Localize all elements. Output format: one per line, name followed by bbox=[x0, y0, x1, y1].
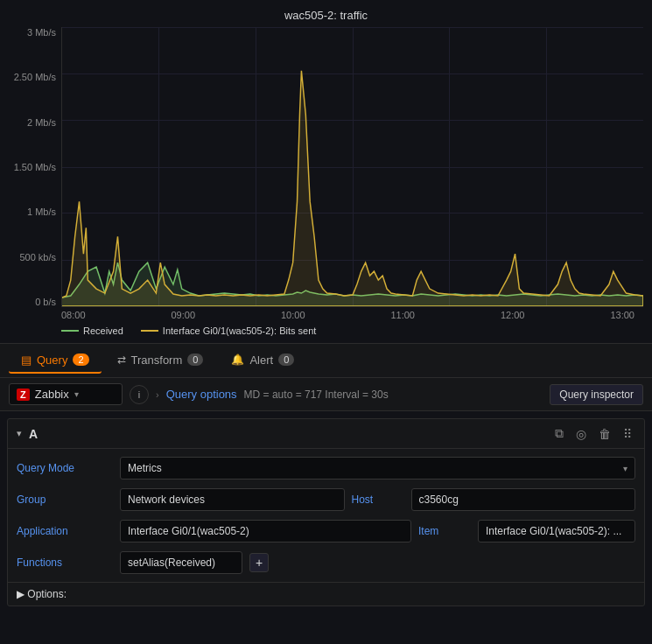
query-inspector-button[interactable]: Query inspector bbox=[550, 384, 643, 405]
functions-row: Functions setAlias(Received) + bbox=[8, 547, 644, 578]
tab-alert-badge: 0 bbox=[278, 354, 294, 366]
query-meta: MD = auto = 717 Interval = 30s bbox=[244, 388, 543, 401]
host-label: Host bbox=[352, 494, 404, 506]
legend-line-received bbox=[61, 330, 79, 332]
legend-label-received: Received bbox=[83, 326, 123, 336]
alert-icon: 🔔 bbox=[231, 354, 244, 366]
chart-area: 3 Mb/s 2.50 Mb/s 2 Mb/s 1.50 Mb/s 1 Mb/s… bbox=[9, 27, 643, 307]
x-label-2: 10:00 bbox=[281, 310, 305, 320]
zabbix-logo: Z bbox=[17, 388, 30, 401]
functions-label: Functions bbox=[17, 556, 113, 569]
application-label: Application bbox=[17, 525, 113, 537]
group-label: Group bbox=[17, 494, 113, 506]
query-options-link[interactable]: Query options bbox=[166, 388, 237, 401]
query-mode-label: Query Mode bbox=[17, 462, 113, 474]
query-panel: ▾ A ⧉ ◎ 🗑 ⠿ Query Mode Metrics ▾ bbox=[7, 418, 645, 606]
x-axis: 08:00 09:00 10:00 11:00 12:00 13:00 bbox=[9, 310, 643, 320]
chart-svg bbox=[62, 27, 643, 306]
group-host-row: Group Network devices Host c3560cg bbox=[8, 484, 644, 515]
y-label-1: 2.50 Mb/s bbox=[14, 72, 56, 82]
y-axis: 3 Mb/s 2.50 Mb/s 2 Mb/s 1.50 Mb/s 1 Mb/s… bbox=[9, 27, 61, 307]
query-icon: ▤ bbox=[21, 354, 32, 367]
y-label-6: 0 b/s bbox=[35, 297, 56, 307]
datasource-name: Zabbix bbox=[35, 388, 69, 401]
panel-actions: ⧉ ◎ 🗑 ⠿ bbox=[551, 424, 635, 443]
eye-button[interactable]: ◎ bbox=[572, 425, 590, 443]
y-label-3: 1.50 Mb/s bbox=[14, 162, 56, 172]
info-button[interactable]: i bbox=[130, 385, 149, 404]
x-label-5: 13:00 bbox=[610, 310, 634, 320]
tabs-bar: ▤ Query 2 ⇄ Transform 0 🔔 Alert 0 bbox=[0, 343, 652, 378]
x-label-4: 12:00 bbox=[501, 310, 525, 320]
tab-transform-label: Transform bbox=[131, 354, 183, 367]
chart-container: wac505-2: traffic 3 Mb/s 2.50 Mb/s 2 Mb/… bbox=[0, 0, 652, 341]
query-panel-id: A bbox=[29, 427, 544, 441]
functions-input[interactable]: setAlias(Received) bbox=[120, 551, 242, 574]
legend-item-received: Received bbox=[61, 326, 123, 336]
y-label-4: 1 Mb/s bbox=[27, 206, 56, 217]
chart-plot bbox=[61, 27, 643, 307]
chevron-right-icon: › bbox=[156, 389, 159, 400]
copy-button[interactable]: ⧉ bbox=[551, 424, 567, 443]
tab-query[interactable]: ▤ Query 2 bbox=[9, 348, 102, 374]
eye-icon: ◎ bbox=[576, 427, 586, 441]
y-label-2: 2 Mb/s bbox=[27, 117, 56, 128]
query-mode-row: Query Mode Metrics ▾ bbox=[8, 452, 644, 484]
options-row[interactable]: ▶ Options: bbox=[8, 582, 644, 606]
item-label: Item bbox=[418, 525, 471, 537]
legend-line-bits-sent bbox=[141, 330, 158, 332]
query-fields: Query Mode Metrics ▾ Group Network devic… bbox=[8, 449, 644, 582]
tab-transform[interactable]: ⇄ Transform 0 bbox=[105, 348, 216, 374]
application-item-row: Application Interface Gi0/1(wac505-2) It… bbox=[8, 515, 644, 547]
chart-legend: Received Interface Gi0/1(wac505-2): Bits… bbox=[9, 326, 643, 336]
tab-alert-label: Alert bbox=[249, 354, 273, 367]
delete-icon: 🗑 bbox=[599, 427, 611, 441]
y-label-0: 3 Mb/s bbox=[27, 27, 56, 38]
query-panel-header: ▾ A ⧉ ◎ 🗑 ⠿ bbox=[8, 419, 644, 449]
x-label-1: 09:00 bbox=[171, 310, 195, 320]
datasource-select[interactable]: Z Zabbix ▾ bbox=[9, 383, 123, 405]
chevron-down-icon: ▾ bbox=[74, 389, 79, 399]
options-label: ▶ Options: bbox=[17, 588, 67, 600]
y-label-5: 500 kb/s bbox=[19, 252, 56, 262]
x-label-3: 11:00 bbox=[390, 310, 415, 320]
tab-query-label: Query bbox=[37, 354, 67, 367]
query-mode-select[interactable]: Metrics ▾ bbox=[120, 457, 635, 480]
query-mode-value: Metrics bbox=[128, 462, 162, 474]
chart-title: wac505-2: traffic bbox=[9, 9, 643, 22]
drag-icon: ⠿ bbox=[623, 427, 632, 441]
x-label-0: 08:00 bbox=[61, 310, 86, 320]
datasource-bar: Z Zabbix ▾ i › Query options MD = auto =… bbox=[0, 378, 652, 411]
legend-item-bits-sent: Interface Gi0/1(wac505-2): Bits sent bbox=[141, 326, 316, 336]
application-input[interactable]: Interface Gi0/1(wac505-2) bbox=[120, 520, 411, 542]
copy-icon: ⧉ bbox=[555, 426, 564, 440]
legend-label-bits-sent: Interface Gi0/1(wac505-2): Bits sent bbox=[163, 326, 316, 336]
collapse-button[interactable]: ▾ bbox=[17, 428, 22, 439]
delete-button[interactable]: 🗑 bbox=[595, 425, 614, 443]
item-input[interactable]: Interface Gi0/1(wac505-2): ... bbox=[478, 520, 635, 542]
tab-transform-badge: 0 bbox=[187, 354, 203, 366]
transform-icon: ⇄ bbox=[117, 354, 126, 366]
tab-query-badge: 2 bbox=[73, 354, 88, 366]
group-input[interactable]: Network devices bbox=[120, 488, 345, 511]
tab-alert[interactable]: 🔔 Alert 0 bbox=[219, 348, 306, 374]
query-mode-arrow: ▾ bbox=[623, 464, 627, 473]
info-icon: i bbox=[138, 389, 140, 400]
drag-handle[interactable]: ⠿ bbox=[620, 425, 635, 443]
add-function-button[interactable]: + bbox=[249, 553, 269, 572]
host-input[interactable]: c3560cg bbox=[411, 488, 636, 511]
